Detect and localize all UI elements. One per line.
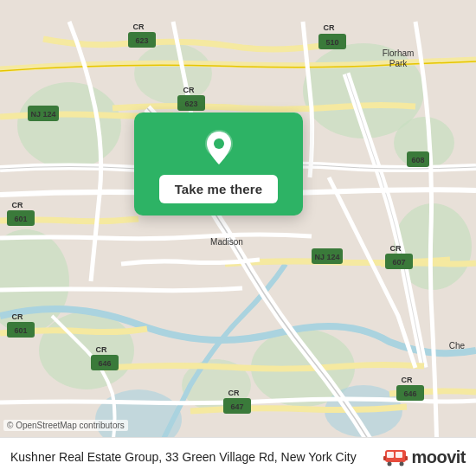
- svg-text:CR: CR: [96, 345, 107, 354]
- svg-text:623: 623: [135, 36, 148, 45]
- map-container: 510 CR 623 CR NJ 124 623 CR 608 NJ 124 6…: [0, 0, 476, 476]
- svg-text:647: 647: [230, 402, 243, 411]
- map-background: 510 CR 623 CR NJ 124 623 CR 608 NJ 124 6…: [0, 0, 476, 476]
- svg-text:CR: CR: [324, 23, 335, 32]
- bottom-bar: Kushner Real Estate Group, 33 Green Vill…: [0, 437, 476, 476]
- take-me-there-button[interactable]: Take me there: [159, 175, 279, 203]
- svg-text:608: 608: [411, 156, 424, 164]
- svg-text:623: 623: [184, 100, 197, 108]
- moovit-bus-icon: [383, 447, 408, 467]
- svg-text:Park: Park: [389, 59, 408, 68]
- svg-text:CR: CR: [183, 86, 195, 94]
- location-card: Take me there: [134, 113, 303, 215]
- svg-text:CR: CR: [390, 244, 402, 253]
- svg-text:510: 510: [325, 38, 338, 47]
- svg-text:601: 601: [14, 326, 27, 335]
- address-text: Kushner Real Estate Group, 33 Green Vill…: [10, 449, 376, 465]
- svg-text:646: 646: [403, 389, 416, 398]
- svg-text:CR: CR: [12, 312, 23, 321]
- svg-rect-57: [405, 456, 408, 460]
- svg-rect-56: [383, 456, 386, 460]
- moovit-logo: moovit: [383, 447, 466, 467]
- svg-text:NJ 124: NJ 124: [30, 110, 55, 119]
- svg-point-55: [400, 462, 404, 466]
- svg-point-50: [214, 138, 224, 149]
- svg-rect-52: [387, 452, 394, 458]
- svg-text:CR: CR: [133, 23, 145, 31]
- location-pin-icon: [200, 128, 238, 166]
- svg-point-11: [134, 43, 212, 104]
- svg-text:CR: CR: [402, 376, 413, 384]
- svg-text:607: 607: [392, 258, 405, 267]
- svg-point-54: [388, 462, 392, 466]
- svg-rect-53: [396, 452, 402, 458]
- svg-text:CR: CR: [228, 389, 240, 397]
- svg-text:NJ 124: NJ 124: [314, 253, 339, 261]
- moovit-logo-text: moovit: [411, 447, 466, 467]
- svg-text:646: 646: [98, 359, 111, 368]
- svg-text:Madison: Madison: [210, 237, 243, 247]
- svg-text:Che: Che: [449, 341, 466, 351]
- svg-text:CR: CR: [12, 201, 23, 209]
- svg-text:601: 601: [14, 215, 27, 223]
- osm-attribution: © OpenStreetMap contributors: [3, 420, 128, 431]
- svg-text:Florham: Florham: [383, 48, 415, 58]
- svg-point-1: [17, 82, 121, 169]
